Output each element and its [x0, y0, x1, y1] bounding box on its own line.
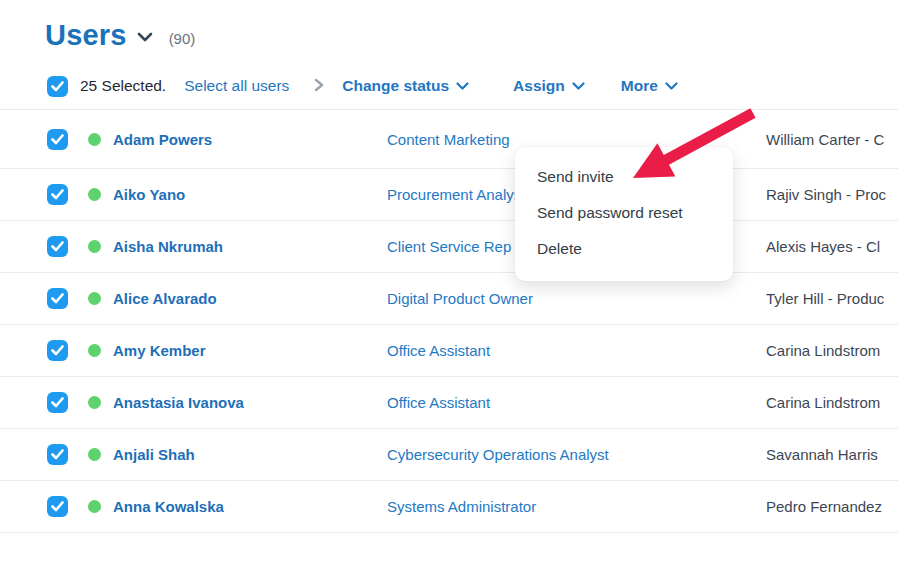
user-role-link[interactable]: Digital Product Owner [387, 290, 766, 307]
row-checkbox[interactable] [47, 496, 68, 517]
row-checkbox[interactable] [47, 340, 68, 361]
table-row: Anna Kowalska Systems Administrator Pedr… [0, 481, 898, 533]
checkmark-icon [51, 501, 64, 512]
table-row: Aisha Nkrumah Client Service Rep Alexis … [0, 221, 898, 273]
row-checkbox[interactable] [47, 184, 68, 205]
status-active-dot [88, 448, 101, 461]
checkmark-icon [51, 134, 64, 145]
user-count: (90) [169, 30, 196, 47]
menu-item-send-password-reset[interactable]: Send password reset [515, 195, 733, 231]
table-row: Amy Kember Office Assistant Carina Linds… [0, 325, 898, 377]
status-active-dot [88, 188, 101, 201]
status-active-dot [88, 240, 101, 253]
table-row: Aiko Yano Procurement Analyst Rajiv Sing… [0, 169, 898, 221]
bulk-actions-toolbar: 25 Selected. Select all users Change sta… [47, 74, 898, 98]
users-table: Adam Powers Content Marketing William Ca… [0, 109, 898, 533]
table-row: Adam Powers Content Marketing William Ca… [0, 110, 898, 169]
change-status-button[interactable]: Change status [342, 77, 469, 95]
user-manager-text: Carina Lindstrom [766, 342, 898, 359]
user-manager-text: Rajiv Singh - Proc [766, 186, 898, 203]
menu-item-send-invite[interactable]: Send invite [515, 159, 733, 195]
checkmark-icon [51, 293, 64, 304]
checkmark-icon [51, 345, 64, 356]
chevron-down-icon[interactable] [137, 29, 153, 47]
status-active-dot [88, 396, 101, 409]
user-manager-text: Savannah Harris [766, 446, 898, 463]
status-active-dot [88, 292, 101, 305]
checkmark-icon [51, 81, 64, 92]
table-row: Anastasia Ivanova Office Assistant Carin… [0, 377, 898, 429]
table-row: Alice Alvarado Digital Product Owner Tyl… [0, 273, 898, 325]
assign-label: Assign [513, 77, 565, 95]
checkmark-icon [51, 449, 64, 460]
row-checkbox[interactable] [47, 392, 68, 413]
row-checkbox[interactable] [47, 288, 68, 309]
user-role-link[interactable]: Office Assistant [387, 394, 766, 411]
user-manager-text: Tyler Hill - Produc [766, 290, 898, 307]
user-name-link[interactable]: Anjali Shah [113, 446, 387, 463]
checkmark-icon [51, 241, 64, 252]
more-label: More [621, 77, 658, 95]
user-manager-text: William Carter - C [766, 131, 898, 148]
change-status-label: Change status [342, 77, 449, 95]
user-name-link[interactable]: Aisha Nkrumah [113, 238, 387, 255]
checkmark-icon [51, 397, 64, 408]
assign-dropdown-menu: Send invite Send password reset Delete [515, 147, 733, 281]
select-all-checkbox[interactable] [47, 76, 68, 97]
user-role-link[interactable]: Office Assistant [387, 342, 766, 359]
chevron-down-icon [572, 82, 585, 91]
status-active-dot [88, 133, 101, 146]
user-name-link[interactable]: Adam Powers [113, 131, 387, 148]
user-role-link[interactable]: Cybersecurity Operations Analyst [387, 446, 766, 463]
row-checkbox[interactable] [47, 129, 68, 150]
chevron-down-icon [456, 82, 469, 91]
menu-item-delete[interactable]: Delete [515, 231, 733, 267]
checkmark-icon [51, 189, 64, 200]
table-row: Anjali Shah Cybersecurity Operations Ana… [0, 429, 898, 481]
user-name-link[interactable]: Aiko Yano [113, 186, 387, 203]
user-name-link[interactable]: Anastasia Ivanova [113, 394, 387, 411]
chevron-right-icon [314, 78, 324, 96]
page-title: Users [45, 18, 127, 52]
user-manager-text: Carina Lindstrom [766, 394, 898, 411]
user-role-link[interactable]: Systems Administrator [387, 498, 766, 515]
page-header: Users (90) [0, 0, 898, 36]
status-active-dot [88, 344, 101, 357]
more-button[interactable]: More [621, 77, 678, 95]
user-manager-text: Alexis Hayes - Cl [766, 238, 898, 255]
user-role-link[interactable]: Content Marketing [387, 131, 766, 148]
select-all-users-link[interactable]: Select all users [184, 77, 289, 95]
user-name-link[interactable]: Anna Kowalska [113, 498, 387, 515]
assign-button[interactable]: Assign [513, 77, 585, 95]
status-active-dot [88, 500, 101, 513]
user-manager-text: Pedro Fernandez [766, 498, 898, 515]
chevron-down-icon [665, 82, 678, 91]
selected-count-text: 25 Selected. [80, 77, 166, 95]
user-name-link[interactable]: Alice Alvarado [113, 290, 387, 307]
row-checkbox[interactable] [47, 236, 68, 257]
user-name-link[interactable]: Amy Kember [113, 342, 387, 359]
row-checkbox[interactable] [47, 444, 68, 465]
